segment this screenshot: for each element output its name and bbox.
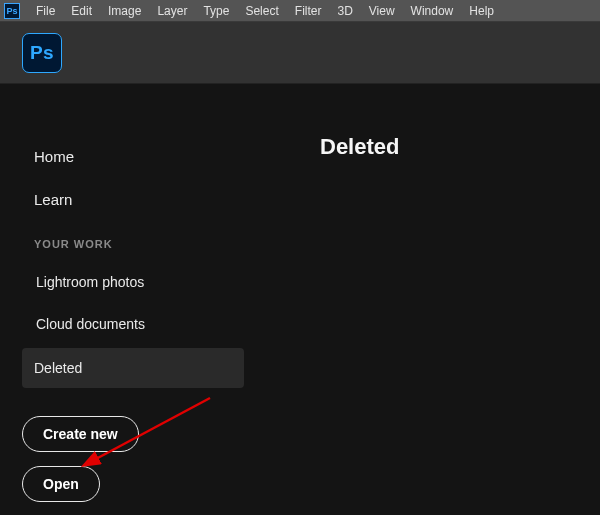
sidebar-item-home[interactable]: Home bbox=[34, 140, 240, 173]
menu-file[interactable]: File bbox=[28, 0, 63, 22]
menubar: Ps File Edit Image Layer Type Select Fil… bbox=[0, 0, 600, 22]
create-new-button[interactable]: Create new bbox=[22, 416, 139, 452]
menu-edit[interactable]: Edit bbox=[63, 0, 100, 22]
menu-filter[interactable]: Filter bbox=[287, 0, 330, 22]
menu-3d[interactable]: 3D bbox=[329, 0, 360, 22]
page-title: Deleted bbox=[320, 134, 600, 160]
sidebar-item-learn[interactable]: Learn bbox=[34, 183, 240, 216]
main-pane: Deleted bbox=[260, 84, 600, 515]
menu-view[interactable]: View bbox=[361, 0, 403, 22]
menu-type[interactable]: Type bbox=[195, 0, 237, 22]
menu-select[interactable]: Select bbox=[237, 0, 286, 22]
home-screen: Home Learn YOUR WORK Lightroom photos Cl… bbox=[0, 84, 600, 515]
sidebar-section-your-work: YOUR WORK bbox=[34, 238, 240, 250]
menu-image[interactable]: Image bbox=[100, 0, 149, 22]
menu-layer[interactable]: Layer bbox=[149, 0, 195, 22]
menu-help[interactable]: Help bbox=[461, 0, 502, 22]
open-button[interactable]: Open bbox=[22, 466, 100, 502]
sidebar-item-deleted[interactable]: Deleted bbox=[22, 348, 244, 388]
action-buttons: Create new Open bbox=[22, 416, 240, 515]
photoshop-logo: Ps bbox=[22, 33, 62, 73]
sidebar-item-lightroom-photos[interactable]: Lightroom photos bbox=[34, 264, 240, 300]
photoshop-app-icon: Ps bbox=[4, 3, 20, 19]
sidebar-item-cloud-documents[interactable]: Cloud documents bbox=[34, 306, 240, 342]
menu-window[interactable]: Window bbox=[403, 0, 462, 22]
header-strip: Ps bbox=[0, 22, 600, 84]
sidebar: Home Learn YOUR WORK Lightroom photos Cl… bbox=[0, 84, 260, 515]
